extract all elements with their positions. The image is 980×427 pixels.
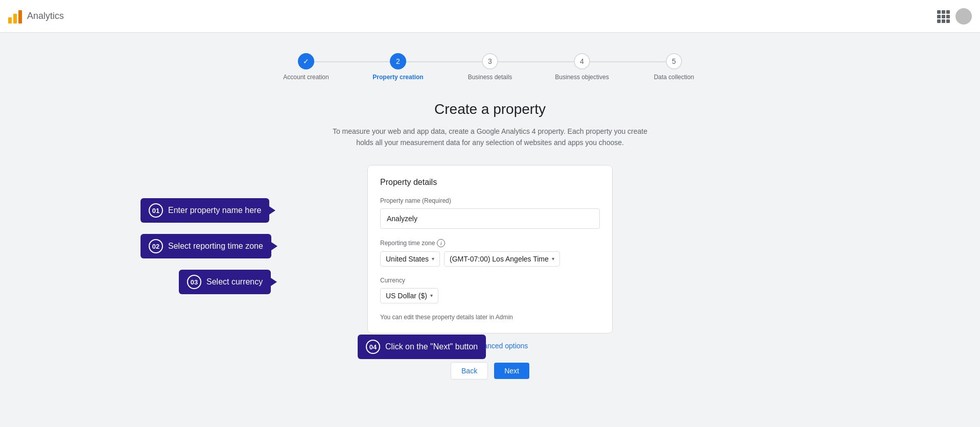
header: Analytics bbox=[0, 0, 980, 33]
page-description: To measure your web and app data, create… bbox=[326, 126, 654, 149]
country-dropdown-arrow: ▾ bbox=[432, 256, 434, 262]
next-button[interactable]: Next bbox=[494, 363, 529, 379]
timezone-dropdown-arrow: ▾ bbox=[552, 256, 554, 262]
step-circle-1: ✓ bbox=[298, 53, 314, 69]
app-title: Analytics bbox=[27, 11, 64, 21]
currency-label: Currency bbox=[380, 277, 600, 284]
step-data-collection: 5 Data collection bbox=[628, 53, 720, 81]
step-account-creation: ✓ Account creation bbox=[260, 53, 352, 81]
stepper: ✓ Account creation 2 Property creation 3… bbox=[260, 53, 720, 81]
country-dropdown[interactable]: United States ▾ bbox=[380, 251, 440, 267]
currency-dropdown[interactable]: US Dollar ($) ▾ bbox=[380, 288, 438, 303]
step-circle-4: 4 bbox=[574, 53, 590, 69]
step-label-5: Data collection bbox=[654, 74, 694, 81]
edit-hint: You can edit these property details late… bbox=[380, 314, 600, 321]
step-business-details: 3 Business details bbox=[444, 53, 536, 81]
property-details-card: Property details Property name (Required… bbox=[367, 165, 613, 334]
card-title: Property details bbox=[380, 178, 600, 187]
step-label-4: Business objectives bbox=[555, 74, 609, 81]
country-value: United States bbox=[386, 255, 429, 263]
currency-value: US Dollar ($) bbox=[386, 292, 427, 300]
apps-icon[interactable] bbox=[937, 10, 949, 22]
property-name-label: Property name (Required) bbox=[380, 197, 600, 204]
reporting-timezone-label: Reporting time zone i bbox=[380, 239, 600, 247]
step-label-1: Account creation bbox=[283, 74, 329, 81]
step-circle-2: 2 bbox=[390, 53, 406, 69]
back-button[interactable]: Back bbox=[451, 362, 488, 379]
step-circle-3: 3 bbox=[482, 53, 498, 69]
step-circle-5: 5 bbox=[666, 53, 682, 69]
header-logo-area: Analytics bbox=[8, 9, 64, 23]
header-actions bbox=[937, 8, 972, 25]
show-advanced-link[interactable]: Show advanced options bbox=[452, 342, 528, 350]
page-title: Create a property bbox=[434, 101, 546, 117]
timezone-dropdowns: United States ▾ (GMT-07:00) Los Angeles … bbox=[380, 251, 600, 267]
main-content: ✓ Account creation 2 Property creation 3… bbox=[0, 33, 980, 400]
property-name-group: Property name (Required) bbox=[380, 197, 600, 229]
currency-dropdown-arrow: ▾ bbox=[430, 293, 433, 298]
avatar[interactable] bbox=[955, 8, 972, 25]
property-name-input[interactable] bbox=[380, 208, 600, 229]
help-icon[interactable]: i bbox=[437, 239, 445, 247]
reporting-timezone-group: Reporting time zone i United States ▾ (G… bbox=[380, 239, 600, 267]
step-label-2: Property creation bbox=[372, 74, 423, 81]
step-label-3: Business details bbox=[468, 74, 512, 81]
timezone-dropdown[interactable]: (GMT-07:00) Los Angeles Time ▾ bbox=[444, 251, 560, 267]
analytics-logo-icon bbox=[8, 9, 22, 23]
currency-group: Currency US Dollar ($) ▾ bbox=[380, 277, 600, 303]
step-business-objectives: 4 Business objectives bbox=[536, 53, 628, 81]
action-buttons: Back Next bbox=[451, 362, 529, 379]
timezone-value: (GMT-07:00) Los Angeles Time bbox=[450, 255, 549, 263]
step-property-creation: 2 Property creation bbox=[352, 53, 444, 81]
